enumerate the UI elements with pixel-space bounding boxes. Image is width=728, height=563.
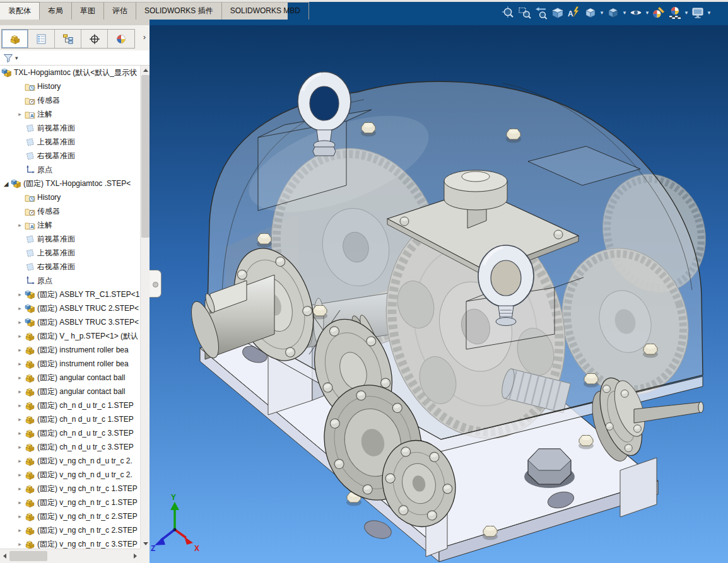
tree-row[interactable]: ▸注解 [0,107,140,121]
apply-scene-dropdown[interactable]: ▾ [684,9,689,16]
propertymanager-tab[interactable] [28,30,55,48]
tree-row[interactable]: ▸(固定) V_ h_p.STEP<1> (默认 [0,329,140,343]
tree-row[interactable]: ▸(固定) v_ng ch_n d_u tr_c 2. [0,468,140,482]
tree-row[interactable]: 传感器 [0,93,140,107]
panel-overflow-chevron[interactable]: › [143,33,146,41]
scroll-left-arrow[interactable] [0,549,9,563]
tab-sketch[interactable]: 草图 [72,2,104,20]
tree-item-label: (固定) v_ng ch_n d_u tr_c 2. [37,470,132,480]
tree-row[interactable]: ▸(固定) angular contact ball [0,371,140,385]
zoom-to-area-icon[interactable] [517,5,532,20]
dynamic-annotation-views-icon[interactable]: A [567,5,582,20]
tree-row[interactable]: ▸(固定) v_ng ch_n d_u tr_c 2. [0,454,140,468]
tree-row[interactable]: 上视基准面 [0,246,140,260]
horizontal-scroll-thumb[interactable] [9,551,47,561]
display-style-dropdown[interactable]: ▾ [622,9,627,16]
tree-row[interactable]: ▸(固定) instrument roller bea [0,343,140,357]
hide-show-items-dropdown[interactable]: ▾ [645,9,650,16]
tree-expand-arrow[interactable]: ▸ [15,499,25,506]
vertical-scroll-thumb[interactable] [141,75,150,238]
apply-scene-icon[interactable] [667,5,683,20]
scroll-right-arrow[interactable] [131,549,140,563]
tree-row[interactable]: ◢(固定) TXL-Hopgiamtoc .STEP< [0,177,140,190]
edit-appearance-icon[interactable] [651,5,666,20]
tree-row[interactable]: ▸(固定) v_ng ch_n tr_c 2.STEP [0,523,140,537]
tree-row[interactable]: TXL-Hopgiamtoc (默认<默认_显示状 [0,66,140,79]
tree-row[interactable]: ▸(固定) ch_n d_u tr_c 3.STEP [0,426,140,440]
tree-expand-arrow[interactable]: ▸ [15,347,25,353]
configurationmanager-tab[interactable] [55,30,81,48]
tree-row[interactable]: ▸(固定) ASBLY TR_C1.STEP<1 [0,287,140,301]
graphics-area[interactable]: Y Z X [150,25,728,563]
tree-row[interactable]: ▸(固定) ch_n d_u tr_c 1.STEP [0,398,140,412]
tree-row[interactable]: History [0,79,140,93]
sensors-icon [25,206,35,217]
view-orientation-dropdown[interactable]: ▾ [599,9,604,16]
tree-expand-arrow[interactable]: ▸ [15,416,25,422]
tree-expand-arrow[interactable]: ▸ [15,374,25,381]
tree-expand-arrow[interactable]: ▸ [15,222,25,228]
filter-dropdown-arrow[interactable]: ▾ [15,55,18,61]
tree-row[interactable]: ▸(固定) v_ng ch_n tr_c 3.STEP [0,537,140,548]
hide-show-items-icon[interactable] [628,5,643,20]
zoom-to-fit-icon[interactable] [501,5,516,20]
tree-expand-arrow[interactable]: ▸ [15,319,25,325]
tab-solidworks-mbd[interactable]: SOLIDWORKS MBD [222,2,309,20]
tree-expand-arrow[interactable]: ◢ [1,180,11,187]
tree-vertical-scrollbar[interactable] [140,66,150,548]
tree-expand-arrow[interactable]: ▸ [15,541,25,547]
tree-row[interactable]: History [0,190,140,204]
viewport-3d[interactable]: Y Z X [150,25,728,563]
display-style-icon[interactable] [606,5,621,20]
tree-row[interactable]: 原点 [0,274,140,287]
tree-expand-arrow[interactable]: ▸ [15,388,25,395]
tree-row[interactable]: ▸(固定) ASBLY TRUC 2.STEP< [0,301,140,315]
tree-row[interactable]: 右视基准面 [0,149,140,163]
tree-row[interactable]: ▸(固定) angular contact ball [0,385,140,398]
tree-expand-arrow[interactable]: ▸ [15,472,25,478]
tree-expand-arrow[interactable]: ▸ [15,513,25,519]
scroll-down-arrow[interactable] [141,539,150,548]
tree-row[interactable]: ▸(固定) ch_n d_u tr_c 1.STEP [0,412,140,426]
tree-expand-arrow[interactable]: ▸ [15,430,25,436]
tab-evaluate[interactable]: 评估 [104,2,136,20]
panel-splitter-handle[interactable] [150,270,161,298]
view-settings-icon[interactable] [690,5,705,20]
tree-horizontal-scrollbar[interactable] [0,548,140,563]
tree-expand-arrow[interactable]: ▸ [15,402,25,409]
tree-row[interactable]: ▸(固定) ch_n d_u tr_c 3.STEP [0,440,140,454]
tree-expand-arrow[interactable]: ▸ [15,485,25,492]
tree-expand-arrow[interactable]: ▸ [15,458,25,464]
dimxpertmanager-tab[interactable] [81,30,108,48]
tree-expand-arrow[interactable]: ▸ [15,361,25,367]
tree-expand-arrow[interactable]: ▸ [15,291,25,298]
tree-row[interactable]: ▸(固定) v_ng ch_n tr_c 1.STEP [0,482,140,496]
tree-expand-arrow[interactable]: ▸ [15,305,25,311]
tree-row[interactable]: ▸(固定) v_ng ch_n tr_c 1.STEP [0,496,140,509]
tree-expand-arrow[interactable]: ▸ [15,333,25,339]
scroll-up-arrow[interactable] [141,66,150,75]
previous-view-icon[interactable] [534,5,549,20]
tree-row[interactable]: 前视基准面 [0,121,140,135]
section-view-icon[interactable] [550,5,565,20]
view-settings-dropdown[interactable]: ▾ [707,9,712,16]
tree-row[interactable]: 上视基准面 [0,135,140,149]
tree-row[interactable]: 右视基准面 [0,260,140,274]
tree-expand-arrow[interactable]: ▸ [15,111,25,117]
tree-row[interactable]: ▸(固定) ASBLY TRUC 3.STEP< [0,315,140,329]
tree-row[interactable]: 传感器 [0,204,140,218]
tree-row[interactable]: 前视基准面 [0,232,140,246]
featuremanager-design-tree-tab[interactable] [2,30,28,48]
tab-layout[interactable]: 布局 [40,2,72,20]
tree-row[interactable]: ▸(固定) v_ng ch_n tr_c 2.STEP [0,509,140,523]
tab-assembly[interactable]: 装配体 [0,2,40,20]
tree-row[interactable]: ▸注解 [0,218,140,232]
filter-funnel-icon[interactable] [3,52,14,64]
tree-expand-arrow[interactable]: ▸ [15,527,25,533]
tree-row[interactable]: ▸(固定) instrument roller bea [0,357,140,371]
tree-row[interactable]: 原点 [0,163,140,177]
view-orientation-icon[interactable] [583,5,598,20]
tree-expand-arrow[interactable]: ▸ [15,444,25,450]
tab-solidworks-addins[interactable]: SOLIDWORKS 插件 [136,2,222,20]
displaymanager-tab[interactable] [108,30,134,48]
